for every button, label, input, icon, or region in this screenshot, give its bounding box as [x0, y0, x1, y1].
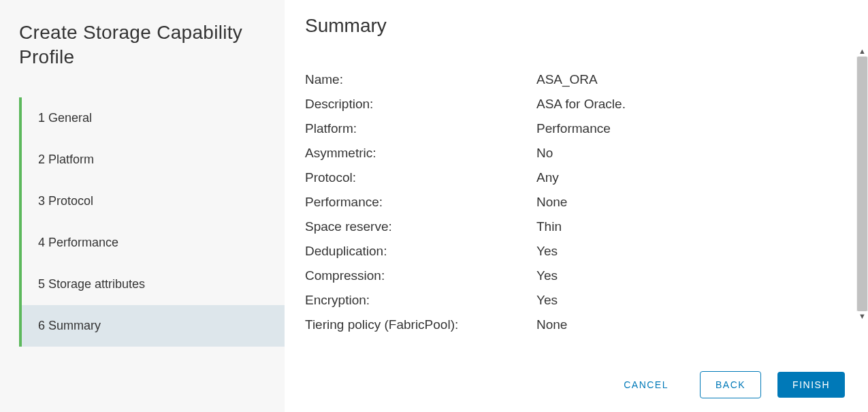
step-protocol[interactable]: 3 Protocol: [22, 180, 285, 222]
summary-row-tiering-policy: Tiering policy (FabricPool): None: [305, 313, 854, 337]
step-label: Summary: [48, 319, 101, 332]
step-label: Storage attributes: [48, 277, 145, 291]
step-summary[interactable]: 6 Summary: [22, 305, 285, 347]
wizard-sidebar: Create Storage Capability Profile 1 Gene…: [0, 0, 285, 412]
summary-value: None: [536, 195, 567, 210]
summary-label: Tiering policy (FabricPool):: [305, 317, 536, 332]
summary-row-encryption: Encryption: Yes: [305, 288, 854, 313]
step-platform[interactable]: 2 Platform: [22, 139, 285, 180]
summary-value: Performance: [536, 121, 611, 136]
step-number: 5: [38, 277, 45, 291]
step-performance[interactable]: 4 Performance: [22, 222, 285, 264]
wizard-steps: 1 General 2 Platform 3 Protocol 4 Perfor…: [19, 97, 285, 347]
main-content: Summary Name: ASA_ORA Description: ASA f…: [285, 0, 868, 412]
step-storage-attributes[interactable]: 5 Storage attributes: [22, 264, 285, 305]
step-number: 2: [38, 153, 45, 166]
step-number: 4: [38, 236, 45, 249]
summary-label: Description:: [305, 97, 536, 112]
page-title: Summary: [305, 15, 854, 37]
step-label: Performance: [48, 236, 118, 249]
summary-label: Name:: [305, 72, 536, 87]
step-number: 6: [38, 319, 45, 332]
step-label: Protocol: [48, 194, 93, 208]
summary-label: Asymmetric:: [305, 146, 536, 161]
wizard-title: Create Storage Capability Profile: [19, 20, 285, 70]
cancel-button[interactable]: CANCEL: [609, 372, 684, 398]
summary-row-protocol: Protocol: Any: [305, 165, 854, 190]
summary-value: Yes: [536, 293, 558, 308]
summary-row-deduplication: Deduplication: Yes: [305, 239, 854, 264]
summary-value: ASA_ORA: [536, 72, 598, 87]
summary-value: No: [536, 146, 553, 161]
summary-value: None: [536, 317, 567, 332]
summary-label: Deduplication:: [305, 244, 536, 259]
summary-value: Yes: [536, 244, 558, 259]
summary-label: Encryption:: [305, 293, 536, 308]
finish-button[interactable]: FINISH: [777, 372, 845, 398]
summary-value: Thin: [536, 219, 562, 234]
scroll-thumb[interactable]: [857, 57, 867, 311]
scroll-down-arrow-icon[interactable]: ▼: [858, 313, 866, 320]
summary-row-space-reserve: Space reserve: Thin: [305, 215, 854, 239]
summary-value: ASA for Oracle.: [536, 97, 626, 112]
step-general[interactable]: 1 General: [22, 97, 285, 139]
summary-row-asymmetric: Asymmetric: No: [305, 141, 854, 165]
scroll-up-arrow-icon[interactable]: ▲: [858, 48, 866, 55]
summary-row-platform: Platform: Performance: [305, 116, 854, 141]
step-number: 1: [38, 111, 45, 125]
summary-row-name: Name: ASA_ORA: [305, 67, 854, 92]
summary-label: Performance:: [305, 195, 536, 210]
summary-label: Compression:: [305, 268, 536, 283]
step-number: 3: [38, 194, 45, 208]
wizard-buttons: CANCEL BACK FINISH: [305, 359, 854, 412]
step-label: General: [48, 111, 92, 125]
summary-label: Space reserve:: [305, 219, 536, 234]
scroll-track[interactable]: [856, 57, 868, 311]
summary-label: Platform:: [305, 121, 536, 136]
step-label: Platform: [48, 153, 94, 166]
summary-row-performance: Performance: None: [305, 190, 854, 215]
summary-value: Any: [536, 170, 559, 185]
summary-label: Protocol:: [305, 170, 536, 185]
back-button[interactable]: BACK: [700, 371, 761, 398]
summary-row-description: Description: ASA for Oracle.: [305, 92, 854, 116]
summary-value: Yes: [536, 268, 558, 283]
summary-body: Name: ASA_ORA Description: ASA for Oracl…: [305, 67, 854, 359]
vertical-scrollbar[interactable]: ▲ ▼: [856, 48, 868, 320]
summary-row-compression: Compression: Yes: [305, 264, 854, 288]
